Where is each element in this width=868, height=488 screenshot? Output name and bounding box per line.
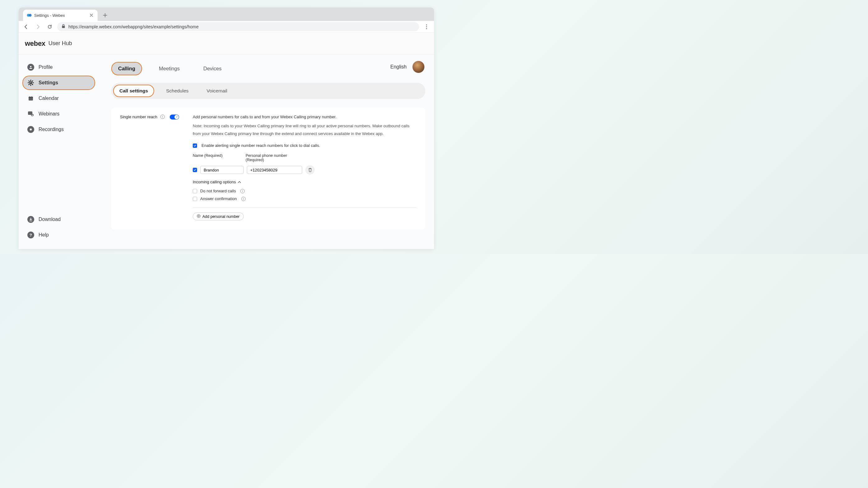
person-icon	[27, 64, 34, 70]
help-icon: ?	[27, 232, 34, 238]
secondary-tabs: Call settings Schedules Voicemail	[111, 83, 425, 99]
address-bar: https://example.webex.com/webappng/sites…	[19, 21, 434, 33]
snr-description: Add personal numbers for calls to and fr…	[193, 115, 416, 119]
sidebar-item-label: Help	[38, 232, 49, 238]
tab-meetings[interactable]: Meetings	[152, 62, 187, 75]
tab-calling[interactable]: Calling	[111, 62, 142, 75]
svg-point-4	[426, 26, 427, 27]
subtab-voicemail[interactable]: Voicemail	[200, 85, 234, 97]
svg-point-7	[30, 82, 32, 84]
tab-title: Settings - Webex	[34, 13, 86, 18]
svg-point-6	[30, 66, 32, 67]
webex-logo: webex	[25, 39, 45, 48]
app-body: Profile Settings Calendar Webinars	[19, 54, 434, 249]
svg-point-1	[29, 14, 32, 17]
record-icon	[27, 126, 34, 133]
svg-point-3	[426, 24, 427, 25]
field-labels: Name (Required) Personal phone number (R…	[193, 153, 416, 162]
snr-section-label: Single number reach	[120, 115, 157, 119]
info-icon[interactable]: i	[160, 115, 165, 119]
close-tab-button[interactable]	[89, 13, 94, 18]
delete-row-button[interactable]	[305, 165, 315, 175]
sidebar-item-webinars[interactable]: Webinars	[22, 107, 95, 121]
snr-note: Note: Incoming calls to your Webex Calli…	[193, 122, 416, 138]
sidebar-item-label: Recordings	[38, 127, 64, 132]
sidebar-item-label: Webinars	[38, 111, 59, 117]
info-icon[interactable]: i	[241, 197, 246, 201]
enable-alerting-checkbox[interactable]	[193, 143, 197, 148]
snr-left-column: Single number reach i ✓	[120, 115, 179, 220]
svg-point-5	[426, 28, 427, 29]
sidebar-item-calendar[interactable]: Calendar	[22, 91, 95, 106]
snr-card: Single number reach i ✓ Add personal num…	[111, 108, 425, 230]
sidebar-item-label: Calendar	[38, 95, 59, 101]
calendar-icon	[27, 95, 34, 102]
svg-rect-11	[31, 96, 32, 97]
user-avatar[interactable]	[412, 61, 425, 73]
url-box[interactable]: https://example.webex.com/webappng/sites…	[57, 22, 419, 31]
add-button-label: Add personal number	[203, 214, 240, 219]
info-icon[interactable]: i	[240, 189, 245, 193]
gear-icon	[27, 79, 34, 86]
sidebar-item-label: Settings	[38, 80, 58, 86]
name-field-label: Name (Required)	[193, 153, 243, 162]
plus-circle-icon	[197, 214, 200, 219]
number-row	[193, 165, 416, 175]
add-personal-number-button[interactable]: Add personal number	[193, 212, 244, 220]
reload-button[interactable]	[45, 22, 54, 31]
enable-alerting-label: Enable alerting single number reach numb…	[202, 143, 320, 148]
language-selector[interactable]: English	[391, 64, 407, 70]
tab-strip: Settings - Webex	[19, 7, 434, 21]
webex-favicon-icon	[27, 13, 32, 18]
browser-menu-button[interactable]	[422, 22, 431, 31]
lock-icon	[62, 24, 65, 30]
sidebar-item-settings[interactable]: Settings	[22, 76, 95, 90]
chevron-up-icon	[238, 179, 241, 184]
browser-window: Settings - Webex https://example.webex.c…	[19, 7, 434, 249]
header-right: English	[391, 61, 425, 73]
snr-right-column: Add personal numbers for calls to and fr…	[193, 115, 416, 220]
svg-point-15	[30, 128, 32, 131]
download-icon	[27, 216, 34, 223]
name-input[interactable]	[200, 166, 244, 174]
forward-button[interactable]	[34, 22, 42, 31]
main-area: English Calling Meetings Devices Call se…	[99, 54, 434, 249]
svg-point-14	[32, 115, 33, 115]
no-forward-row: Do not forward calls i	[193, 189, 416, 193]
new-tab-button[interactable]	[101, 11, 110, 20]
sidebar: Profile Settings Calendar Webinars	[19, 54, 99, 249]
sidebar-item-recordings[interactable]: Recordings	[22, 122, 95, 137]
enable-alerting-row: Enable alerting single number reach numb…	[193, 143, 416, 148]
url-text: https://example.webex.com/webappng/sites…	[68, 24, 199, 29]
phone-input[interactable]	[247, 166, 302, 174]
sidebar-item-help[interactable]: ? Help	[22, 228, 95, 242]
sidebar-item-download[interactable]: Download	[22, 212, 95, 227]
subtab-schedules[interactable]: Schedules	[160, 85, 195, 97]
snr-toggle[interactable]: ✓	[170, 115, 179, 119]
sidebar-item-profile[interactable]: Profile	[22, 60, 95, 75]
divider	[193, 207, 416, 208]
svg-rect-10	[30, 96, 30, 97]
no-forward-label: Do not forward calls	[200, 189, 236, 193]
browser-tab[interactable]: Settings - Webex	[23, 10, 98, 21]
sidebar-item-label: Download	[38, 217, 61, 222]
back-button[interactable]	[22, 22, 30, 31]
phone-field-label: Personal phone number (Required)	[246, 153, 302, 162]
tab-devices[interactable]: Devices	[196, 62, 228, 75]
app-header: webex User Hub	[19, 33, 434, 54]
answer-confirmation-row: Answer confirmation i	[193, 196, 416, 201]
product-name: User Hub	[49, 40, 72, 47]
incoming-options-label: Incoming calling options	[193, 179, 236, 184]
answer-confirmation-checkbox[interactable]	[193, 197, 197, 201]
primary-tabs: Calling Meetings Devices	[111, 62, 425, 75]
row-active-checkbox[interactable]	[193, 168, 197, 172]
incoming-options-toggle[interactable]: Incoming calling options	[193, 179, 416, 184]
subtab-call-settings[interactable]: Call settings	[113, 85, 154, 97]
svg-rect-2	[62, 26, 65, 28]
answer-confirmation-label: Answer confirmation	[200, 196, 237, 201]
webinar-icon	[27, 111, 34, 117]
no-forward-checkbox[interactable]	[193, 189, 197, 193]
sidebar-item-label: Profile	[38, 64, 53, 70]
svg-rect-9	[29, 97, 33, 98]
